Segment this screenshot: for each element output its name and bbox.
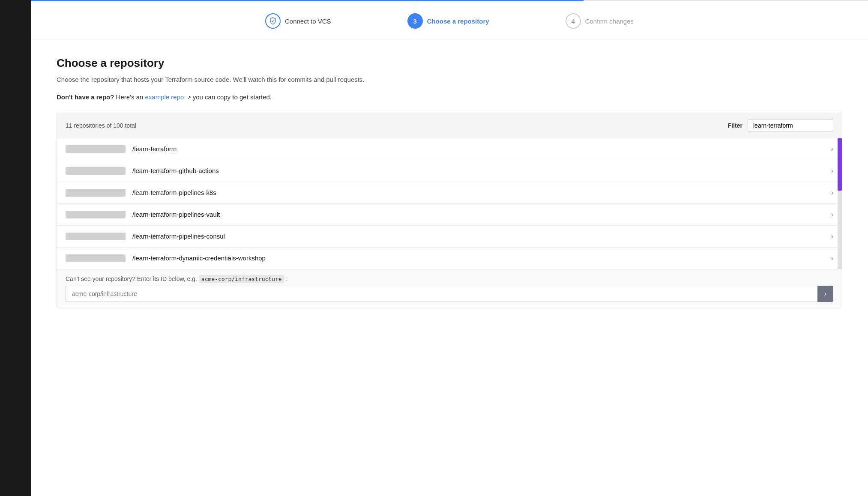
cant-see-repo-section: Can't see your repository? Enter its ID …: [57, 269, 842, 308]
step-label-connect-vcs: Connect to VCS: [285, 18, 331, 25]
manual-repo-input[interactable]: [66, 286, 817, 302]
list-item[interactable]: /learn-terraform-dynamic-credentials-wor…: [57, 248, 842, 269]
list-item[interactable]: /learn-terraform-pipelines-k8s ›: [57, 182, 842, 204]
filter-area: Filter: [728, 119, 833, 132]
scrollbar-track[interactable]: [838, 138, 842, 269]
repo-avatar-placeholder: [66, 189, 126, 197]
page-title: Choose a repository: [57, 57, 842, 70]
colon-text: :: [286, 275, 288, 282]
example-repo-link[interactable]: example repo: [145, 93, 184, 101]
main-content: Connect to VCS 3 Choose a repository 4 C…: [31, 0, 868, 496]
external-link-icon: ↗: [187, 95, 191, 101]
list-item[interactable]: /learn-terraform ›: [57, 138, 842, 160]
repo-avatar-placeholder: [66, 211, 126, 218]
step-icon-confirm-changes: 4: [566, 13, 581, 29]
submit-arrow-icon: ›: [824, 290, 826, 298]
stepper: Connect to VCS 3 Choose a repository 4 C…: [31, 1, 868, 39]
chevron-right-icon: ›: [831, 211, 833, 218]
repo-avatar-placeholder: [66, 145, 126, 153]
scrollbar-thumb[interactable]: [838, 138, 842, 191]
repo-avatar-placeholder: [66, 254, 126, 262]
repo-name: /learn-terraform: [132, 145, 831, 152]
repo-avatar-placeholder: [66, 167, 126, 175]
repo-list: /learn-terraform › /learn-terraform-gith…: [57, 138, 842, 269]
stepper-steps: Connect to VCS 3 Choose a repository 4 C…: [265, 13, 634, 29]
manual-entry-row: ›: [66, 286, 833, 302]
chevron-right-icon: ›: [831, 189, 833, 197]
stepper-step-choose-repo[interactable]: 3 Choose a repository: [407, 13, 489, 29]
repo-name: /learn-terraform-pipelines-k8s: [132, 189, 831, 196]
dont-have-repo-text: Don't have a repo?: [57, 93, 114, 101]
repo-list-wrapper: /learn-terraform › /learn-terraform-gith…: [57, 138, 842, 269]
list-item[interactable]: /learn-terraform-pipelines-vault ›: [57, 204, 842, 226]
chevron-right-icon: ›: [831, 254, 833, 262]
chevron-right-icon: ›: [831, 145, 833, 153]
chevron-right-icon: ›: [831, 233, 833, 240]
filter-label: Filter: [728, 122, 742, 129]
stepper-step-confirm-changes: 4 Confirm changes: [566, 13, 634, 29]
list-item[interactable]: /learn-terraform-pipelines-consul ›: [57, 226, 842, 248]
stepper-wrapper: Connect to VCS 3 Choose a repository 4 C…: [31, 1, 868, 39]
example-id-code: acme-corp/infrastructure: [199, 275, 284, 283]
repo-avatar-placeholder: [66, 233, 126, 240]
repo-list-container: 11 repositories of 100 total Filter /lea…: [57, 113, 842, 308]
shield-check-icon: [269, 17, 277, 25]
chevron-right-icon: ›: [831, 167, 833, 175]
repo-name: /learn-terraform-github-actions: [132, 167, 831, 174]
stepper-step-connect-vcs[interactable]: Connect to VCS: [265, 13, 331, 29]
step-label-choose-repo: Choose a repository: [427, 18, 489, 25]
repo-count: 11 repositories of 100 total: [66, 122, 136, 129]
step-icon-connect-vcs: [265, 13, 281, 29]
sidebar: [0, 0, 31, 496]
repo-prompt: Don't have a repo? Here's an example rep…: [57, 93, 842, 101]
list-item[interactable]: /learn-terraform-github-actions ›: [57, 160, 842, 182]
cant-see-repo-text: Can't see your repository? Enter its ID …: [66, 275, 197, 282]
step-icon-choose-repo: 3: [407, 13, 423, 29]
manual-submit-button[interactable]: ›: [817, 286, 833, 302]
heres-an-text: Here's an: [116, 93, 145, 101]
repo-list-header: 11 repositories of 100 total Filter: [57, 113, 842, 138]
repo-name: /learn-terraform-pipelines-vault: [132, 211, 831, 218]
copy-to-get-started-text: you can copy to get started.: [193, 93, 272, 101]
page-subtitle: Choose the repository that hosts your Te…: [57, 75, 842, 85]
step-label-confirm-changes: Confirm changes: [585, 18, 634, 25]
repo-name: /learn-terraform-dynamic-credentials-wor…: [132, 254, 831, 262]
filter-input[interactable]: [748, 119, 833, 132]
repo-name: /learn-terraform-pipelines-consul: [132, 233, 831, 240]
page-body: Choose a repository Choose the repositor…: [31, 39, 868, 496]
